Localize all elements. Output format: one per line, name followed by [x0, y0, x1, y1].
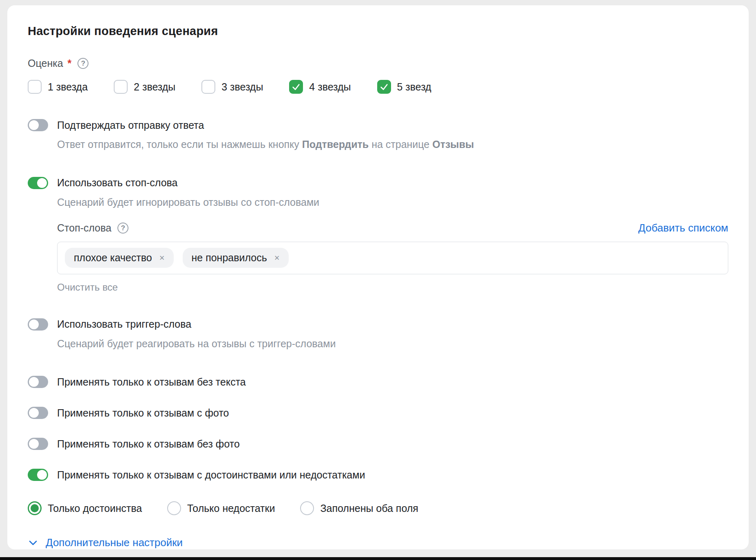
radio-only-pros[interactable]: Только достоинства [28, 501, 142, 515]
checkbox-label: 2 звезды [134, 81, 175, 93]
stop-words-section: Использовать стоп-слова Сценарий будет и… [28, 177, 728, 293]
only-pros-cons-label: Применять только к отзывам с достоинства… [57, 469, 365, 481]
toggle-row: Подтверждать отправку ответа [28, 119, 728, 131]
stop-words-input[interactable]: плохое качество × не понравилось × [57, 242, 728, 274]
toggle-row: Применять только к отзывам без фото [28, 438, 728, 450]
checkbox-label: 3 звезды [221, 81, 263, 93]
help-icon[interactable]: ? [77, 58, 88, 69]
stop-word-tag: не понравилось × [183, 248, 289, 268]
advanced-settings-label: Дополнительные настройки [46, 536, 183, 549]
radio-only-cons[interactable]: Только недостатки [167, 501, 275, 515]
radio-both-fields[interactable]: Заполнены оба поля [300, 501, 418, 515]
help-icon[interactable]: ? [117, 223, 128, 234]
stop-words-toggle[interactable] [28, 177, 48, 189]
only-pros-cons-section: Применять только к отзывам с достоинства… [28, 469, 728, 481]
rating-options-row: 1 звезда 2 звезды 3 звезды 4 звезды [28, 80, 728, 94]
clear-all-link[interactable]: Очистить все [57, 282, 118, 293]
desc-bold-text: Подтвердить [302, 139, 369, 150]
rating-label: Оценка [28, 57, 63, 69]
radio-unselected-icon[interactable] [300, 501, 314, 515]
rating-option-1-star[interactable]: 1 звезда [28, 80, 88, 94]
checkbox-checked-icon[interactable] [289, 80, 303, 94]
stop-words-field-label: Стоп-слова [57, 222, 111, 234]
add-as-list-link[interactable]: Добавить списком [638, 222, 728, 234]
checkbox-checked-icon[interactable] [377, 80, 391, 94]
checkbox-label: 4 звезды [309, 81, 351, 93]
checkbox-label: 1 звезда [48, 81, 88, 93]
rating-option-4-stars[interactable]: 4 звезды [289, 80, 351, 94]
toggle-row: Применять только к отзывам с фото [28, 407, 728, 419]
scenario-settings-card: Настройки поведения сценария Оценка * ? … [7, 5, 749, 549]
desc-text: Ответ отправится, только если ты нажмешь… [57, 139, 302, 150]
required-asterisk: * [68, 57, 72, 69]
toggle-row: Использовать стоп-слова [28, 177, 728, 189]
checkbox-unchecked-icon[interactable] [28, 80, 42, 94]
confirm-send-description: Ответ отправится, только если ты нажмешь… [57, 138, 728, 152]
confirm-send-toggle[interactable] [28, 119, 48, 131]
stop-words-label: Использовать стоп-слова [57, 177, 177, 189]
screen-bottom-edge [0, 557, 756, 560]
radio-unselected-icon[interactable] [167, 501, 181, 515]
check-icon [292, 82, 301, 91]
question-glyph: ? [121, 225, 125, 231]
only-with-photo-section: Применять только к отзывам с фото [28, 407, 728, 419]
toggle-row: Применять только к отзывам с достоинства… [28, 469, 728, 481]
question-glyph: ? [81, 60, 85, 67]
only-without-photo-toggle[interactable] [28, 438, 48, 450]
tag-text: не понравилось [192, 252, 267, 264]
check-icon [380, 82, 389, 91]
tag-text: плохое качество [74, 252, 152, 264]
desc-bold-text: Отзывы [432, 139, 474, 150]
radio-label: Заполнены оба поля [320, 503, 418, 514]
checkbox-unchecked-icon[interactable] [114, 80, 128, 94]
confirm-send-label: Подтверждать отправку ответа [57, 119, 204, 131]
trigger-words-description: Сценарий будет реагировать на отзывы с т… [57, 337, 728, 351]
desc-text: на странице [369, 139, 432, 150]
toggle-row: Применять только к отзывам без текста [28, 376, 728, 388]
only-pros-cons-toggle[interactable] [28, 469, 48, 481]
only-no-text-toggle[interactable] [28, 376, 48, 388]
only-no-text-label: Применять только к отзывам без текста [57, 376, 246, 388]
radio-selected-icon[interactable] [28, 501, 42, 515]
only-without-photo-section: Применять только к отзывам без фото [28, 438, 728, 450]
only-with-photo-toggle[interactable] [28, 407, 48, 419]
radio-label: Только достоинства [48, 503, 142, 514]
only-without-photo-label: Применять только к отзывам без фото [57, 438, 240, 450]
checkbox-unchecked-icon[interactable] [201, 80, 215, 94]
remove-tag-icon[interactable]: × [159, 254, 165, 262]
checkbox-label: 5 звезд [397, 81, 431, 93]
rating-option-3-stars[interactable]: 3 звезды [201, 80, 263, 94]
chevron-down-icon [28, 538, 38, 548]
remove-tag-icon[interactable]: × [274, 254, 280, 262]
stop-word-tag: плохое качество × [65, 248, 174, 268]
stop-words-field-label-wrap: Стоп-слова ? [57, 222, 128, 234]
page-title: Настройки поведения сценария [28, 24, 728, 38]
trigger-words-toggle[interactable] [28, 318, 48, 331]
rating-label-row: Оценка * ? [28, 57, 728, 69]
advanced-settings-link[interactable]: Дополнительные настройки [28, 536, 183, 549]
trigger-words-label: Использовать триггер-слова [57, 318, 191, 330]
confirm-send-section: Подтверждать отправку ответа Ответ отпра… [28, 119, 728, 152]
rating-option-2-stars[interactable]: 2 звезды [114, 80, 175, 94]
rating-option-5-stars[interactable]: 5 звезд [377, 80, 431, 94]
toggle-row: Использовать триггер-слова [28, 318, 728, 331]
only-with-photo-label: Применять только к отзывам с фото [57, 407, 229, 419]
radio-label: Только недостатки [187, 503, 275, 514]
stop-words-field-row: Стоп-слова ? Добавить списком [57, 222, 728, 234]
pros-cons-mode-row: Только достоинства Только недостатки Зап… [28, 501, 728, 515]
stop-words-description: Сценарий будет игнорировать отзывы со ст… [57, 196, 728, 209]
only-no-text-section: Применять только к отзывам без текста [28, 376, 728, 388]
trigger-words-section: Использовать триггер-слова Сценарий буде… [28, 318, 728, 351]
